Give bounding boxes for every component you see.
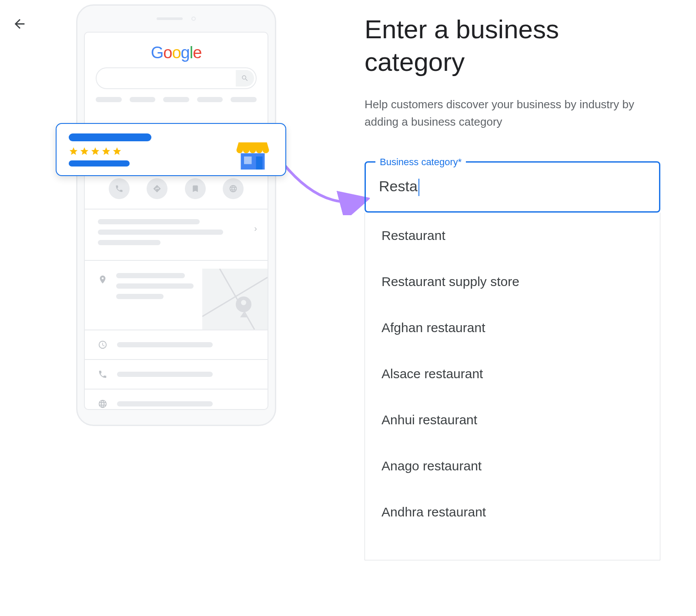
logo-letter: o bbox=[163, 43, 172, 62]
directions-circle-icon bbox=[147, 178, 167, 199]
arrow-left-icon bbox=[12, 17, 27, 31]
dropdown-option[interactable]: Anago restaurant bbox=[365, 443, 660, 489]
svg-rect-5 bbox=[244, 156, 252, 164]
phone-map-item bbox=[85, 261, 268, 330]
globe-circle-icon bbox=[223, 178, 244, 199]
business-card-popout bbox=[56, 123, 286, 176]
search-icon bbox=[236, 70, 254, 87]
star-icon bbox=[69, 147, 78, 156]
dropdown-option[interactable]: Afghan restaurant bbox=[365, 305, 660, 351]
page-title: Enter a business category bbox=[365, 13, 660, 78]
logo-letter: o bbox=[172, 43, 181, 62]
phone-searchbar bbox=[96, 67, 257, 89]
phone-icon bbox=[98, 370, 107, 379]
bookmark-circle-icon bbox=[185, 178, 206, 199]
phone-row-website bbox=[85, 390, 268, 410]
business-category-input[interactable]: Resta bbox=[379, 178, 646, 196]
chevron-right-icon: › bbox=[254, 223, 257, 233]
logo-letter: G bbox=[151, 43, 164, 62]
svg-rect-6 bbox=[256, 156, 263, 170]
phone-speaker bbox=[157, 17, 183, 20]
back-button[interactable] bbox=[9, 13, 30, 37]
phone-row-phone bbox=[85, 360, 268, 389]
form-panel: Enter a business category Help customers… bbox=[365, 13, 660, 560]
star-icon bbox=[101, 147, 111, 156]
star-icon bbox=[90, 147, 100, 156]
clock-icon bbox=[98, 340, 107, 350]
phone-circle-icon bbox=[109, 178, 130, 199]
svg-line-0 bbox=[202, 277, 268, 316]
dropdown-option[interactable]: Andhra restaurant bbox=[365, 489, 660, 535]
star-icon bbox=[112, 147, 122, 156]
svg-point-3 bbox=[241, 300, 246, 305]
annotation-arrow bbox=[278, 159, 370, 215]
dropdown-option[interactable]: Alsace restaurant bbox=[365, 351, 660, 397]
dropdown-option[interactable]: Anhui restaurant bbox=[365, 397, 660, 443]
phone-camera bbox=[191, 17, 196, 21]
dropdown-option[interactable]: Restaurant bbox=[365, 213, 660, 259]
page-subtitle: Help customers discover your business by… bbox=[365, 96, 660, 131]
category-dropdown[interactable]: Restaurant Restaurant supply store Afgha… bbox=[365, 213, 660, 560]
text-cursor bbox=[418, 179, 419, 196]
storefront-icon bbox=[235, 137, 270, 173]
google-logo: Google bbox=[85, 33, 268, 67]
input-value-text: Resta bbox=[379, 178, 418, 194]
logo-letter: e bbox=[193, 43, 201, 62]
input-label: Business category* bbox=[375, 156, 466, 168]
map-thumbnail bbox=[202, 269, 268, 330]
search-chips bbox=[85, 89, 268, 102]
logo-letter: g bbox=[181, 43, 190, 62]
dropdown-option[interactable]: Restaurant supply store bbox=[365, 259, 660, 305]
globe-icon bbox=[98, 399, 107, 409]
phone-illustration: Google › bbox=[76, 4, 276, 426]
pin-icon bbox=[98, 275, 107, 284]
phone-list-item: › bbox=[85, 210, 268, 260]
business-category-field[interactable]: Business category* Resta bbox=[365, 161, 660, 213]
star-icon bbox=[80, 147, 89, 156]
phone-row-hours bbox=[85, 330, 268, 359]
